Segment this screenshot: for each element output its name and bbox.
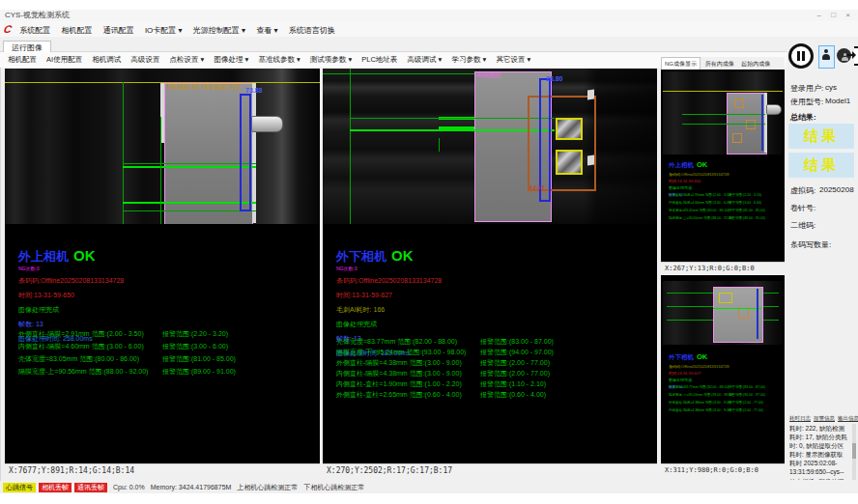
alarm-range-text: 报警范围:(2.00 - 77.00) bbox=[729, 401, 763, 405]
gap-roi-blue-box bbox=[240, 94, 251, 211]
alarm-range-text: 报警范围:(83.00 - 87.00) bbox=[729, 385, 765, 389]
model-value: Model1 bbox=[825, 97, 850, 105]
toolbar-other-settings[interactable]: 其它设置 ▾ bbox=[496, 55, 530, 64]
log-scrollbar-thumb[interactable] bbox=[852, 443, 856, 459]
log-text: 耗时: 222, 缺陷检测耗时: 17, 缺陷分类耗时: 0, 缺陷提取分区耗时… bbox=[789, 424, 849, 480]
toolbar-learning-params[interactable]: 学习参数 ▾ bbox=[451, 55, 486, 64]
mini-view-top: 外上相机OK 条码码:Offline20250208133134728 时间:1… bbox=[661, 70, 785, 262]
measure-green-hline-1 bbox=[350, 118, 555, 119]
total-result-label: 总结果: bbox=[790, 112, 816, 123]
toolbar-ai-config[interactable]: AI使用配置 bbox=[46, 55, 82, 64]
alarm-range-text: 报警范围:(3.00 - 6.00) bbox=[162, 342, 228, 351]
toolbar-plc-table[interactable]: PLC地址表 bbox=[361, 55, 397, 64]
mini-measurement-row: 壳体宽度=83.77mm 范围:(82.00 - 88.00) 报警范围:(83… bbox=[669, 385, 785, 389]
logout-button[interactable] bbox=[854, 46, 858, 66]
cpu-usage-text: Cpu: 0.0% bbox=[113, 484, 145, 490]
barcode-write-count-label: 条码写数量: bbox=[790, 239, 831, 250]
menu-item-camera-config[interactable]: 相机配置 bbox=[61, 26, 92, 35]
barcode-text: 条码码:Offline20250208133134728 bbox=[669, 172, 729, 177]
measure-green-hline-1 bbox=[123, 163, 256, 164]
result-ok-label: OK bbox=[391, 247, 414, 264]
alarm-range-text: 报警范围:(94.00 - 97.00) bbox=[480, 348, 554, 357]
tab-ng-display[interactable]: NG成像显示 bbox=[661, 57, 701, 70]
alarm-range-text: 报警范围:(3.00 - 6.00) bbox=[729, 201, 761, 205]
result-ok-label: OK bbox=[697, 160, 707, 169]
menu-item-io-config[interactable]: IO卡配置 ▾ bbox=[145, 26, 183, 35]
barcode-text: 条码码:Offline20250208133134728 bbox=[669, 364, 729, 369]
alarm-range-text: 报警范围:(1.10 - 2.10) bbox=[480, 379, 546, 389]
measurement-row: 隔膜宽度-下=95.24mm 范围:(93.00 - 98.00) 报警范围:(… bbox=[336, 348, 657, 357]
result-ok-label: OK bbox=[697, 352, 707, 361]
measurement-row: 内侧直柱-隔膜=4.38mm 范围:(3.00 - 9.00) 报警范围:(2.… bbox=[336, 369, 657, 378]
camera-view-left: N孔阈值:93, 啮合阈值:100 73.88 外上相机OK NG次数:0 条码… bbox=[5, 69, 320, 463]
alarm-range-text: 报警范围:(2.00 - 77.00) bbox=[480, 369, 550, 378]
total-result-box-1: 结果 bbox=[788, 124, 854, 149]
ng-count-text: NG次数:0 bbox=[336, 266, 442, 271]
camera-image-left[interactable]: N孔阈值:93, 啮合阈值:100 73.88 bbox=[5, 69, 320, 224]
process-done-text: 图像处理完成 bbox=[669, 185, 729, 190]
gap-roi-blue-line bbox=[757, 289, 758, 339]
camera-image-middle[interactable]: AI检测区 28.80 4.8-1.5 bbox=[323, 69, 657, 224]
clip-highlight-1 bbox=[587, 90, 594, 100]
toolbar-advanced-settings[interactable]: 高级设置 bbox=[130, 55, 159, 64]
log-tab-output[interactable]: 输出信息 bbox=[838, 415, 858, 421]
total-result-box-2: 结果 bbox=[788, 153, 854, 178]
measurement-row: 外侧直柱-直柱=2.65mm 范围:(0.60 - 4.00) 报警范围:(0.… bbox=[336, 390, 657, 400]
measurement-text: 内侧直柱-隔膜=4.38mm 范围:(3.00 - 9.00) bbox=[669, 408, 731, 412]
baseline-green-vline bbox=[350, 69, 351, 224]
toolbar-advanced-debug[interactable]: 高级调试 ▾ bbox=[407, 55, 442, 64]
log-tab-alarm[interactable]: 报警信息 bbox=[814, 415, 835, 421]
menu-item-language[interactable]: 系统语言切换 bbox=[289, 26, 335, 35]
alarm-range-text: 报警范围:(83.00 - 87.00) bbox=[480, 337, 554, 347]
maximize-button[interactable]: □ bbox=[831, 11, 840, 19]
toolbar-baseline-params[interactable]: 基准线参数 ▾ bbox=[258, 55, 300, 64]
log-tab-timing[interactable]: 耗时日志 bbox=[789, 415, 811, 421]
measurement-text: 隔膜宽度-上=90.56mm 范围:(88.00 - 92.00) bbox=[18, 368, 148, 375]
measurement-row: 内侧直柱-直柱=1.90mm 范围:(1.00 - 2.20) 报警范围:(1.… bbox=[336, 379, 657, 389]
pause-button[interactable] bbox=[788, 43, 814, 69]
user-button[interactable] bbox=[818, 45, 835, 69]
mini-image-top[interactable] bbox=[663, 71, 783, 154]
log-scrollbar[interactable] bbox=[852, 424, 856, 480]
tab-start-images[interactable]: 起始内成像 bbox=[738, 58, 773, 70]
tab-strip: 运行图像 bbox=[0, 37, 858, 52]
toolbar-camera-debug[interactable]: 相机调试 bbox=[92, 55, 121, 64]
tab-all-images[interactable]: 所有内成像 bbox=[702, 58, 737, 70]
minimize-button[interactable]: – bbox=[817, 11, 825, 19]
mini-orange-mark-1 bbox=[734, 98, 744, 108]
measurement-text: 壳体宽度=83.77mm 范围:(82.00 - 88.00) bbox=[669, 385, 729, 389]
camera-title: 外上相机OK bbox=[669, 160, 729, 170]
menu-item-comm-config[interactable]: 通讯配置 bbox=[103, 26, 134, 35]
time-text: 时间:13-31-59-650 bbox=[18, 291, 124, 300]
toolbar-camera-config[interactable]: 相机配置 bbox=[8, 55, 37, 64]
toolbar-test-params[interactable]: 测试项参数 ▾ bbox=[310, 55, 352, 64]
measurement-row: 壳体宽度=83.77mm 范围:(82.00 - 88.00) 报警范围:(83… bbox=[336, 337, 657, 347]
measurement-text: 外侧直柱-隔膜=2.91mm 范围:(2.00 - 3.50) bbox=[18, 330, 144, 337]
gap-roi-blue-box bbox=[539, 78, 551, 202]
gap-roi-blue-line bbox=[761, 95, 763, 151]
close-button[interactable]: × bbox=[845, 11, 854, 19]
heartbeat-badge: 心跳信号 bbox=[3, 483, 36, 492]
toolbar-spot-check[interactable]: 点检设置 ▾ bbox=[169, 55, 204, 64]
mini-orange-mark-2 bbox=[746, 120, 756, 129]
measurement-row: 内侧直柱-隔膜=4.60mm 范围:(3.00 - 6.00) 报警范围:(3.… bbox=[18, 342, 320, 351]
login-user-label: 登录用户: bbox=[790, 83, 823, 94]
mini-image-bottom[interactable] bbox=[663, 281, 783, 345]
measure-green-vline-2 bbox=[439, 138, 440, 152]
alarm-range-text: 报警范围:(2.20 - 3.20) bbox=[729, 193, 761, 197]
menu-item-light-config[interactable]: 光源控制配置 ▾ bbox=[193, 26, 245, 35]
mini-orange-mark bbox=[738, 308, 749, 319]
detect-roi-orange-box bbox=[528, 96, 596, 191]
title-bar: CYS-视觉检测系统 – □ × bbox=[0, 10, 858, 21]
measure-green-hline-4 bbox=[123, 210, 256, 211]
side-panel: 登录用户: cys 使用型号: Model1 总结果: 结果 结果 虚拟码: 2… bbox=[786, 39, 858, 481]
measurement-text: 外侧直柱-隔膜=4.38mm 范围:(3.00 - 9.00) bbox=[669, 401, 731, 405]
menu-item-system-config[interactable]: 系统配置 bbox=[19, 26, 50, 35]
alarm-range-text: 报警范围:(81.00 - 85.00) bbox=[729, 209, 765, 212]
menu-bar: C 系统配置 相机配置 通讯配置 IO卡配置 ▾ 光源控制配置 ▾ 查看 ▾ 系… bbox=[0, 21, 858, 37]
gap-value-text: 73.88 bbox=[245, 87, 263, 94]
toolbar-image-processing[interactable]: 图像处理 ▾ bbox=[214, 55, 248, 64]
virtual-code-value: 20250208 bbox=[819, 185, 854, 194]
camera-drop-badge: 相机丢帧 bbox=[39, 483, 72, 492]
menu-item-view[interactable]: 查看 ▾ bbox=[256, 26, 277, 35]
